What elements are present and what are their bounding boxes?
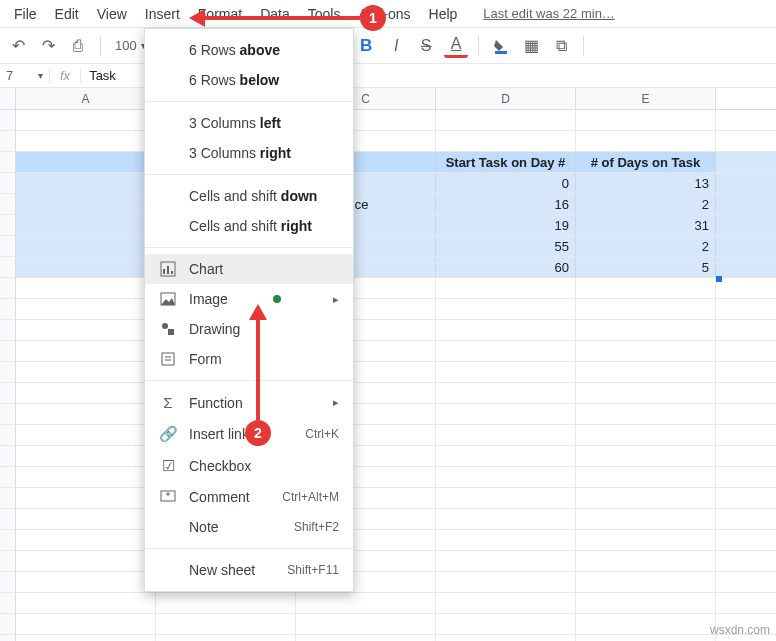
name-box[interactable]: 7 ▾ bbox=[0, 68, 50, 83]
spreadsheet-grid[interactable]: A B C D E Start Task on Day # # of Days … bbox=[0, 88, 776, 641]
cell: 2 bbox=[576, 236, 716, 256]
table-row[interactable] bbox=[0, 299, 776, 320]
table-row[interactable]: Commence 16 2 bbox=[0, 194, 776, 215]
col-header-a[interactable]: A bbox=[16, 88, 156, 109]
borders-button[interactable]: ▦ bbox=[519, 34, 543, 58]
menu-cols-right[interactable]: 3 Columns right bbox=[145, 138, 353, 168]
toolbar: ↶ ↷ ⎙ 100▾ Default (Ari…▾ 10▾ B I S A ▦ … bbox=[0, 28, 776, 64]
text-color-button[interactable]: A bbox=[444, 34, 468, 58]
table-row[interactable] bbox=[0, 362, 776, 383]
selection-handle[interactable] bbox=[716, 276, 722, 282]
header-cell: Start Task on Day # bbox=[436, 152, 576, 172]
shortcut-text: Shift+F2 bbox=[294, 520, 339, 534]
menu-separator bbox=[145, 174, 353, 175]
menu-cells-down[interactable]: Cells and shift down bbox=[145, 181, 353, 211]
table-row[interactable] bbox=[0, 320, 776, 341]
table-row[interactable]: 19 31 bbox=[0, 215, 776, 236]
bold-button[interactable]: B bbox=[354, 34, 378, 58]
menu-comment[interactable]: CommentCtrl+Alt+M bbox=[145, 482, 353, 512]
svg-rect-2 bbox=[163, 269, 165, 274]
menu-rows-above[interactable]: 6 Rows above bbox=[145, 35, 353, 65]
table-row[interactable] bbox=[0, 110, 776, 131]
menu-view[interactable]: View bbox=[89, 2, 135, 26]
table-row[interactable] bbox=[0, 425, 776, 446]
menu-help[interactable]: Help bbox=[421, 2, 466, 26]
merge-cells-button[interactable]: ⧉ bbox=[549, 34, 573, 58]
svg-point-7 bbox=[162, 323, 168, 329]
menu-cells-right[interactable]: Cells and shift right bbox=[145, 211, 353, 241]
cell: 31 bbox=[576, 215, 716, 235]
drawing-icon bbox=[159, 321, 177, 337]
annotation-badge-2: 2 bbox=[245, 420, 271, 446]
menu-separator bbox=[145, 548, 353, 549]
checkbox-icon: ☑ bbox=[159, 457, 177, 475]
menu-cols-left[interactable]: 3 Columns left bbox=[145, 108, 353, 138]
table-row[interactable] bbox=[0, 131, 776, 152]
table-row[interactable]: 0 13 bbox=[0, 173, 776, 194]
table-row[interactable] bbox=[0, 635, 776, 641]
table-row[interactable] bbox=[0, 383, 776, 404]
menu-data[interactable]: Data bbox=[252, 2, 298, 26]
new-feature-dot bbox=[273, 295, 281, 303]
table-header-row[interactable]: Start Task on Day # # of Days on Task bbox=[0, 152, 776, 173]
menu-function[interactable]: ΣFunction▸ bbox=[145, 387, 353, 418]
menu-rows-below[interactable]: 6 Rows below bbox=[145, 65, 353, 95]
column-headers: A B C D E bbox=[0, 88, 776, 110]
chevron-right-icon: ▸ bbox=[333, 396, 339, 409]
link-icon: 🔗 bbox=[159, 425, 177, 443]
redo-icon[interactable]: ↷ bbox=[36, 34, 60, 58]
table-row[interactable] bbox=[0, 572, 776, 593]
cell: 5 bbox=[576, 257, 716, 277]
table-row[interactable] bbox=[0, 593, 776, 614]
name-box-value: 7 bbox=[6, 68, 13, 83]
menu-tools[interactable]: Tools bbox=[300, 2, 349, 26]
last-edit-link[interactable]: Last edit was 22 min… bbox=[483, 6, 615, 21]
menu-note[interactable]: NoteShift+F2 bbox=[145, 512, 353, 542]
table-row[interactable] bbox=[0, 488, 776, 509]
table-row[interactable] bbox=[0, 341, 776, 362]
menu-checkbox[interactable]: ☑Checkbox bbox=[145, 450, 353, 482]
form-icon bbox=[159, 351, 177, 367]
print-icon[interactable]: ⎙ bbox=[66, 34, 90, 58]
menu-file[interactable]: File bbox=[6, 2, 45, 26]
undo-icon[interactable]: ↶ bbox=[6, 34, 30, 58]
comment-icon bbox=[159, 489, 177, 505]
table-row[interactable] bbox=[0, 509, 776, 530]
menu-form[interactable]: Form bbox=[145, 344, 353, 374]
table-row[interactable] bbox=[0, 467, 776, 488]
annotation-badge-1: 1 bbox=[360, 5, 386, 31]
fill-color-button[interactable] bbox=[489, 34, 513, 58]
annotation-arrow-2 bbox=[256, 320, 260, 420]
col-header-d[interactable]: D bbox=[436, 88, 576, 109]
table-row[interactable] bbox=[0, 551, 776, 572]
cell: 19 bbox=[436, 215, 576, 235]
formula-input[interactable]: Task bbox=[81, 68, 124, 83]
table-row[interactable]: 55 2 bbox=[0, 236, 776, 257]
table-row[interactable] bbox=[0, 278, 776, 299]
strikethrough-button[interactable]: S bbox=[414, 34, 438, 58]
fx-icon: fx bbox=[50, 68, 81, 83]
svg-rect-0 bbox=[495, 51, 507, 54]
chevron-down-icon: ▾ bbox=[38, 70, 43, 81]
chart-icon bbox=[159, 261, 177, 277]
watermark-text: wsxdn.com bbox=[710, 623, 770, 637]
table-row[interactable] bbox=[0, 530, 776, 551]
menu-separator bbox=[145, 247, 353, 248]
menu-new-sheet[interactable]: New sheetShift+F11 bbox=[145, 555, 353, 585]
cell: 16 bbox=[436, 194, 576, 214]
table-row[interactable] bbox=[0, 614, 776, 635]
italic-button[interactable]: I bbox=[384, 34, 408, 58]
menu-chart[interactable]: Chart bbox=[145, 254, 353, 284]
table-row[interactable]: 60 5 bbox=[0, 257, 776, 278]
cell: 13 bbox=[576, 173, 716, 193]
cell: 2 bbox=[576, 194, 716, 214]
svg-rect-4 bbox=[171, 271, 173, 274]
menu-insert[interactable]: Insert bbox=[137, 2, 188, 26]
col-header-e[interactable]: E bbox=[576, 88, 716, 109]
select-all-corner[interactable] bbox=[0, 88, 16, 109]
annotation-arrowhead-2 bbox=[249, 304, 267, 320]
menu-edit[interactable]: Edit bbox=[47, 2, 87, 26]
table-row[interactable] bbox=[0, 404, 776, 425]
table-row[interactable] bbox=[0, 446, 776, 467]
cell: 60 bbox=[436, 257, 576, 277]
